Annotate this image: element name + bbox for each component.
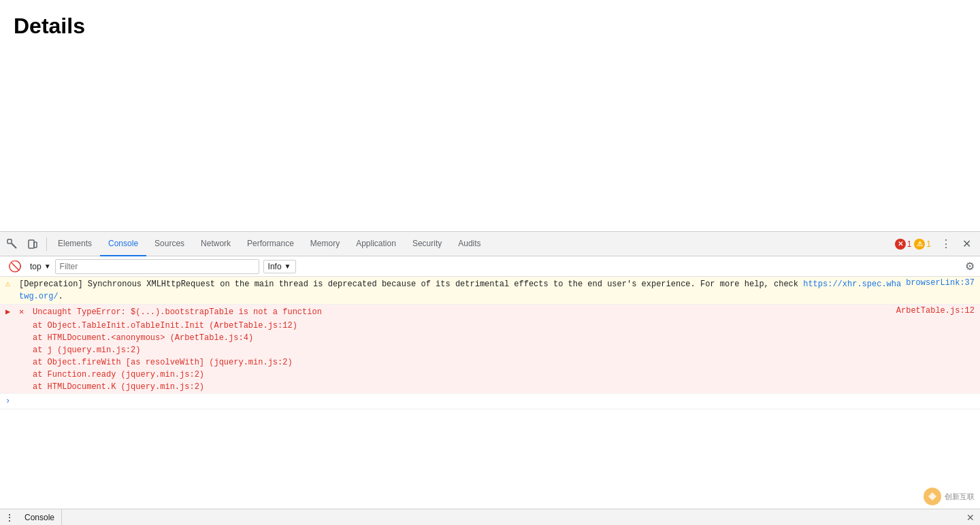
close-devtools-button[interactable]: ✕ bbox=[957, 235, 976, 254]
console-output: ⚠ [Deprecation] Synchronous XMLHttpReque… bbox=[0, 277, 980, 525]
prompt-icon: › bbox=[5, 395, 16, 407]
stack-link-2[interactable]: ArbetTable.js:4 bbox=[175, 333, 248, 343]
svg-rect-0 bbox=[7, 239, 12, 243]
page-title: Details bbox=[14, 14, 966, 39]
stack-line-6: at HTMLDocument.K (jquery.min.js:2) bbox=[0, 381, 297, 393]
inspect-element-button[interactable] bbox=[3, 235, 22, 254]
level-selector[interactable]: Info ▼ bbox=[263, 260, 296, 273]
stack-line-4: at Object.fireWith [as resolveWith] (jqu… bbox=[0, 356, 297, 369]
error-icon: ✕ bbox=[19, 306, 30, 318]
warning-icon: ⚠ bbox=[5, 278, 16, 290]
console-bar: 🚫 top ▼ Info ▼ ⚙ bbox=[0, 256, 980, 277]
devtools-toolbar: Elements Console Sources Network Perform… bbox=[0, 232, 980, 256]
stack-line-3: at j (jquery.min.js:2) bbox=[0, 344, 297, 356]
error-expand-icon[interactable]: ▶ bbox=[5, 306, 16, 318]
bottom-tab-label: Console bbox=[24, 513, 54, 522]
error-stack: at Object.TableInit.oTableInit.Init (Arb… bbox=[0, 320, 297, 393]
stack-link-3[interactable]: jquery.min.js:2 bbox=[62, 345, 135, 355]
tab-memory[interactable]: Memory bbox=[302, 232, 348, 256]
tab-security[interactable]: Security bbox=[404, 232, 450, 256]
main-content: Details bbox=[0, 0, 980, 231]
context-label: top bbox=[30, 262, 42, 271]
bottom-close-button[interactable]: ✕ bbox=[966, 512, 975, 523]
settings-icon[interactable]: ⚙ bbox=[965, 260, 975, 273]
svg-rect-2 bbox=[29, 240, 34, 248]
warning-source[interactable]: browserLink:37 bbox=[906, 278, 975, 288]
level-label: Info bbox=[268, 262, 282, 271]
watermark-logo bbox=[923, 487, 942, 506]
more-options-button[interactable]: ⋮ bbox=[936, 235, 956, 254]
error-badge[interactable]: ✕ 1 bbox=[895, 239, 912, 250]
warning-badge[interactable]: ⚠ 1 bbox=[914, 239, 931, 250]
console-row-warning: ⚠ [Deprecation] Synchronous XMLHttpReque… bbox=[0, 277, 980, 305]
bottom-bar: ⋮ Console ✕ bbox=[0, 509, 980, 525]
tab-network[interactable]: Network bbox=[193, 232, 239, 256]
stack-link-1[interactable]: ArbetTable.js:12 bbox=[214, 321, 292, 331]
tab-console[interactable]: Console bbox=[100, 232, 146, 256]
warning-count-icon: ⚠ bbox=[914, 239, 925, 250]
tab-application[interactable]: Application bbox=[348, 232, 404, 256]
console-row-error: ▶ ✕ Uncaught TypeError: $(...).bootstrap… bbox=[0, 305, 980, 394]
tab-elements[interactable]: Elements bbox=[50, 232, 100, 256]
stack-link-6[interactable]: jquery.min.js:2 bbox=[126, 382, 199, 392]
warning-count: 1 bbox=[926, 239, 931, 249]
tabs-container: Elements Console Sources Network Perform… bbox=[50, 232, 895, 256]
level-chevron-icon: ▼ bbox=[284, 262, 291, 270]
watermark-text: 创新互联 bbox=[945, 492, 975, 502]
tab-audits[interactable]: Audits bbox=[450, 232, 489, 256]
error-count-icon: ✕ bbox=[895, 239, 906, 250]
svg-line-1 bbox=[12, 243, 16, 248]
error-message: Uncaught TypeError: $(...).bootstrapTabl… bbox=[33, 306, 896, 318]
stack-line-2: at HTMLDocument.<anonymous> (ArbetTable.… bbox=[0, 332, 297, 344]
devtools-panel: Elements Console Sources Network Perform… bbox=[0, 231, 980, 525]
error-source[interactable]: ArbetTable.js:12 bbox=[896, 306, 975, 316]
toolbar-separator bbox=[46, 237, 47, 251]
device-toolbar-button[interactable] bbox=[23, 235, 42, 254]
dt-right-controls: ✕ 1 ⚠ 1 ⋮ ✕ bbox=[895, 235, 977, 254]
deprecation-link[interactable]: https://xhr.spec.whatwg.org/ bbox=[19, 280, 901, 301]
clear-console-button[interactable]: 🚫 bbox=[5, 257, 24, 276]
bottom-three-dot-icon[interactable]: ⋮ bbox=[5, 513, 14, 522]
watermark: 创新互联 bbox=[923, 487, 975, 506]
warning-message: [Deprecation] Synchronous XMLHttpRequest… bbox=[19, 278, 906, 303]
svg-rect-3 bbox=[34, 242, 37, 248]
bottom-console-tab[interactable]: Console bbox=[18, 509, 62, 525]
filter-input[interactable] bbox=[55, 259, 259, 274]
error-count: 1 bbox=[907, 239, 912, 249]
context-selector[interactable]: top ▼ bbox=[30, 262, 51, 271]
stack-line-5: at Function.ready (jquery.min.js:2) bbox=[0, 369, 297, 381]
console-prompt-row: › bbox=[0, 394, 980, 409]
tab-performance[interactable]: Performance bbox=[239, 232, 302, 256]
tab-sources[interactable]: Sources bbox=[146, 232, 193, 256]
context-chevron-icon: ▼ bbox=[44, 262, 51, 270]
stack-link-4[interactable]: jquery.min.js:2 bbox=[214, 358, 287, 367]
stack-line-1: at Object.TableInit.oTableInit.Init (Arb… bbox=[0, 320, 297, 332]
stack-link-5[interactable]: jquery.min.js:2 bbox=[126, 370, 199, 379]
